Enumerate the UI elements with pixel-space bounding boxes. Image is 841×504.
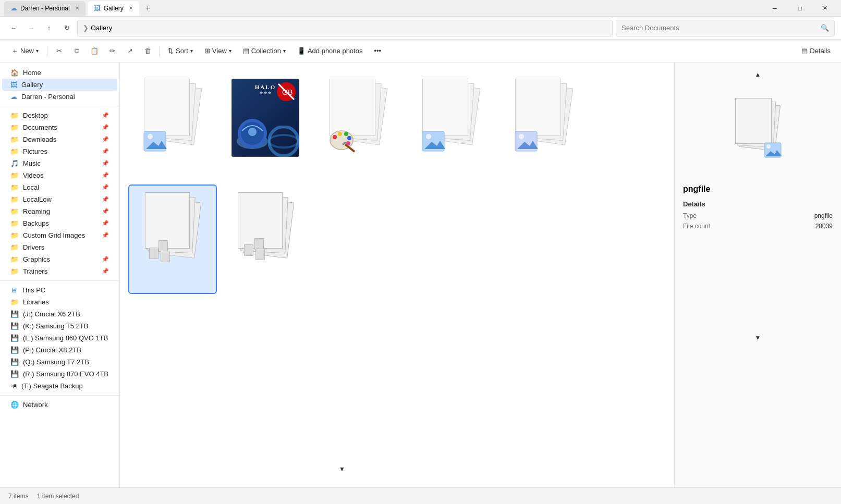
downloads-icon: 📁	[10, 136, 19, 143]
sidebar-item-k-samsung[interactable]: 💾 (K:) Samsung T5 2TB	[2, 320, 117, 332]
sidebar-item-documents[interactable]: 📁 Documents 📌	[2, 121, 117, 133]
path-separator: ❯	[83, 24, 89, 32]
k-drive-icon: 💾	[10, 322, 19, 330]
search-icon[interactable]: 🔍	[821, 24, 829, 32]
svg-point-14	[333, 135, 337, 139]
sidebar-item-network[interactable]: 🌐 Network	[2, 399, 117, 411]
sidebar-item-q-samsung[interactable]: 💾 (Q:) Samsung T7 2TB	[2, 356, 117, 368]
sidebar-item-personal[interactable]: ☁ Darren - Personal	[2, 91, 117, 103]
sidebar-home-label: Home	[23, 69, 41, 77]
refresh-button[interactable]: ↻	[59, 21, 74, 35]
file-thumb-3	[319, 76, 397, 159]
scroll-down-indicator[interactable]: ▼	[339, 465, 345, 473]
toolbar-separator-1	[47, 46, 47, 56]
sidebar-j-label: (J:) Crucial X6 2TB	[23, 310, 80, 318]
localLow-icon: 📁	[10, 195, 19, 203]
new-label: New	[20, 47, 34, 55]
sidebar-item-desktop[interactable]: 📁 Desktop 📌	[2, 109, 117, 121]
tab-personal-close[interactable]: ✕	[75, 5, 79, 11]
sidebar-item-backups[interactable]: 📁 Backups 📌	[2, 217, 117, 229]
file-name-5	[543, 162, 544, 169]
sidebar-item-drivers[interactable]: 📁 Drivers	[2, 241, 117, 253]
minimize-button[interactable]: ─	[763, 1, 787, 16]
view-chevron: ▾	[229, 48, 231, 54]
pin-icon-localLow: 📌	[102, 196, 109, 203]
sidebar-item-trainers[interactable]: 📁 Trainers 📌	[2, 265, 117, 277]
file-item-6[interactable]	[128, 185, 217, 294]
details-type-label: Type	[683, 212, 697, 219]
pin-icon-documents: 📌	[102, 124, 109, 131]
status-count: 7 items	[8, 493, 29, 500]
file-item-1[interactable]	[128, 71, 217, 180]
sidebar-item-local[interactable]: 📁 Local 📌	[2, 181, 117, 193]
sort-button[interactable]: ⇅ Sort ▾	[163, 43, 198, 59]
customGrid-icon: 📁	[10, 231, 19, 239]
sidebar-item-videos[interactable]: 📁 Videos 📌	[2, 169, 117, 181]
svg-point-22	[426, 134, 431, 139]
more-button[interactable]: •••	[369, 43, 386, 59]
sidebar-item-thispc[interactable]: 🖥 This PC	[2, 284, 117, 296]
up-button[interactable]: ↑	[42, 21, 56, 35]
copy-button[interactable]: ⧉	[68, 43, 85, 59]
close-button[interactable]: ✕	[813, 1, 837, 16]
sidebar-q-label: (Q:) Samsung T7 2TB	[23, 358, 89, 366]
search-input[interactable]	[621, 24, 821, 32]
new-icon: ＋	[11, 46, 18, 56]
address-path[interactable]: ❯ Gallery	[77, 20, 613, 36]
sidebar-item-home[interactable]: 🏠 Home	[2, 67, 117, 79]
tab-gallery[interactable]: 🖼 Gallery ✕	[88, 1, 139, 16]
collection-button[interactable]: ▤ Collection ▾	[238, 43, 291, 59]
sidebar-item-customGrid[interactable]: 📁 Custom Grid Images 📌	[2, 229, 117, 241]
file-item-3[interactable]	[314, 71, 403, 180]
tab-personal[interactable]: ☁ Darren - Personal ✕	[4, 1, 86, 16]
file-thumb-4	[412, 76, 490, 159]
rename-button[interactable]: ✏	[104, 43, 120, 59]
p-drive-icon: 💾	[10, 346, 19, 354]
add-phone-button[interactable]: 📱 Add phone photos	[292, 43, 368, 59]
sidebar-item-graphics[interactable]: 📁 Graphics 📌	[2, 253, 117, 265]
sidebar-divider-1	[0, 106, 119, 106]
sidebar-item-gallery[interactable]: 🖼 Gallery	[2, 79, 117, 91]
delete-button[interactable]: 🗑	[139, 43, 156, 59]
file-item-2[interactable]: HALO ★★★ GB	[221, 71, 310, 180]
sidebar-item-localLow[interactable]: 📁 LocalLow 📌	[2, 193, 117, 205]
sidebar-item-roaming[interactable]: 📁 Roaming 📌	[2, 205, 117, 217]
search-box[interactable]: 🔍	[616, 20, 835, 36]
sidebar-trainers-label: Trainers	[23, 267, 47, 275]
desktop-icon: 📁	[10, 112, 19, 119]
details-button[interactable]: ▤ Details	[797, 45, 835, 57]
sidebar-item-downloads[interactable]: 📁 Downloads 📌	[2, 133, 117, 145]
trainers-icon: 📁	[10, 267, 19, 275]
sort-label: Sort	[176, 47, 188, 55]
details-filename: pngfile	[683, 185, 833, 194]
status-selected: 1 item selected	[37, 493, 79, 500]
forward-button[interactable]: →	[24, 21, 39, 35]
sidebar-item-p-crucial[interactable]: 💾 (P:) Crucial X8 2TB	[2, 344, 117, 356]
sidebar-item-l-samsung[interactable]: 💾 (L:) Samsung 860 QVO 1TB	[2, 332, 117, 344]
new-tab-button[interactable]: +	[141, 4, 154, 13]
file-grid: HALO ★★★ GB	[128, 71, 666, 294]
file-item-4[interactable]	[407, 71, 495, 180]
back-button[interactable]: ←	[6, 21, 21, 35]
sidebar-item-libraries[interactable]: 📁 Libraries	[2, 296, 117, 308]
sidebar-item-pictures[interactable]: 📁 Pictures 📌	[2, 145, 117, 157]
paste-button[interactable]: 📋	[86, 43, 103, 59]
sidebar-item-j-crucial[interactable]: 💾 (J:) Crucial X6 2TB	[2, 308, 117, 320]
sidebar-pictures-label: Pictures	[23, 147, 47, 155]
new-button[interactable]: ＋ New ▾	[6, 43, 44, 59]
roaming-icon: 📁	[10, 207, 19, 215]
details-scroll-down: ▼	[683, 334, 833, 341]
toolbar: ＋ New ▾ ✂ ⧉ 📋 ✏ ↗ 🗑 ⇅ Sort ▾ ⊞ View ▾ ▤ …	[0, 40, 841, 63]
cut-button[interactable]: ✂	[51, 43, 67, 59]
view-button[interactable]: ⊞ View ▾	[199, 43, 237, 59]
view-label: View	[212, 47, 227, 55]
file-item-7[interactable]	[221, 185, 310, 294]
sidebar-item-t-seagate[interactable]: 🖲 (T:) Seagate Backup	[2, 380, 117, 392]
file-name-7	[264, 275, 266, 282]
tab-gallery-close[interactable]: ✕	[129, 5, 133, 11]
sidebar-item-r-samsung[interactable]: 💾 (R:) Samsung 870 EVO 4TB	[2, 368, 117, 380]
sidebar-item-music[interactable]: 🎵 Music 📌	[2, 157, 117, 169]
file-item-5[interactable]	[499, 71, 588, 180]
share-button[interactable]: ↗	[121, 43, 138, 59]
maximize-button[interactable]: □	[788, 1, 812, 16]
